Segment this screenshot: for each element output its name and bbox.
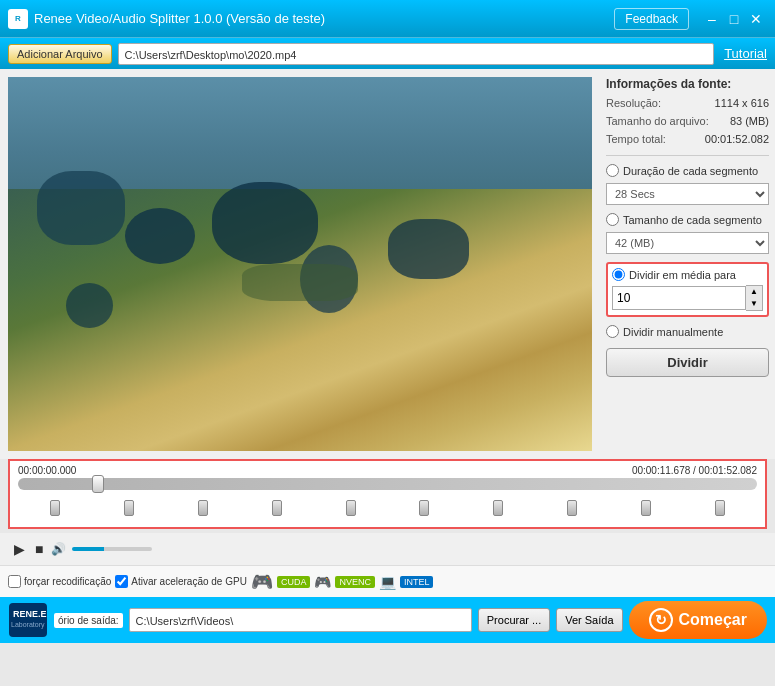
svg-text:Laboratory: Laboratory xyxy=(11,621,45,629)
timeline-area: 00:00:00.000 00:00:11.678 / 00:01:52.082 xyxy=(8,459,767,529)
toolbar: Adicionar Arquivo C:\Users\zrf\Desktop\m… xyxy=(0,37,775,69)
timeline-marker-7[interactable] xyxy=(567,500,577,516)
timeline-marker-4[interactable] xyxy=(346,500,356,516)
close-button[interactable]: ✕ xyxy=(745,9,767,29)
option3-radio[interactable] xyxy=(612,268,625,281)
force-recode-checkbox[interactable] xyxy=(8,575,21,588)
timeline-track[interactable] xyxy=(18,478,757,490)
option3-spin-row: ▲ ▼ xyxy=(612,285,763,311)
start-button[interactable]: ↻ Começar xyxy=(629,601,767,639)
spin-buttons: ▲ ▼ xyxy=(746,285,763,311)
resolution-row: Resolução: 1114 x 616 xyxy=(606,97,769,109)
gpu-accel-checkbox[interactable] xyxy=(115,575,128,588)
volume-slider[interactable] xyxy=(72,547,152,551)
option2-label[interactable]: Tamanho de cada segmento xyxy=(623,214,762,226)
option3-input[interactable] xyxy=(612,286,746,310)
option1-select[interactable]: 28 Secs xyxy=(606,183,769,205)
option3-label[interactable]: Dividir em média para xyxy=(629,269,736,281)
option2-dropdown-row: 42 (MB) xyxy=(606,232,769,254)
timeline-marker-5[interactable] xyxy=(419,500,429,516)
source-info-title: Informações da fonte: xyxy=(606,77,769,91)
output-path-label: ório de saída: xyxy=(54,613,123,628)
filesize-label: Tamanho do arquivo: xyxy=(606,115,709,127)
totaltime-label: Tempo total: xyxy=(606,133,666,145)
tutorial-link[interactable]: Tutorial xyxy=(724,46,767,61)
totaltime-row: Tempo total: 00:01:52.082 xyxy=(606,133,769,145)
option4-row: Dividir manualmente xyxy=(606,325,769,338)
output-path-display: C:\Users\zrf\Videos\ xyxy=(129,608,472,632)
resolution-value: 1114 x 616 xyxy=(715,97,769,109)
intel-badge: INTEL xyxy=(400,576,434,588)
right-panel: Informações da fonte: Resolução: 1114 x … xyxy=(600,69,775,459)
ver-saida-button[interactable]: Ver Saída xyxy=(556,608,622,632)
main-area: Informações da fonte: Resolução: 1114 x … xyxy=(0,69,775,459)
bottom-bar: forçar recodificação Ativar aceleração d… xyxy=(0,565,775,597)
titlebar: R Renee Video/Audio Splitter 1.0.0 (Vers… xyxy=(0,0,775,37)
nvidia-icon: 🎮 xyxy=(314,574,331,590)
gpu-accel-text: Ativar aceleração de GPU xyxy=(131,576,247,587)
time-left: 00:00:00.000 xyxy=(18,465,76,476)
marker-row xyxy=(18,498,757,518)
option4-radio[interactable] xyxy=(606,325,619,338)
option3-box: Dividir em média para ▲ ▼ xyxy=(606,262,769,317)
timeline-marker-1[interactable] xyxy=(124,500,134,516)
video-preview xyxy=(8,77,592,451)
output-bar: RENE.E Laboratory ório de saída: C:\User… xyxy=(0,597,775,643)
force-recode-label[interactable]: forçar recodificação xyxy=(8,575,111,588)
spin-up-button[interactable]: ▲ xyxy=(746,286,762,298)
browse-button[interactable]: Procurar ... xyxy=(478,608,550,632)
option2-row: Tamanho de cada segmento xyxy=(606,213,769,226)
stop-button[interactable]: ■ xyxy=(33,539,45,559)
cuda-badge: CUDA xyxy=(277,576,311,588)
playback-controls: ▶ ■ 🔊 xyxy=(0,533,775,565)
maximize-button[interactable]: □ xyxy=(723,9,745,29)
timeline-marker-9[interactable] xyxy=(715,500,725,516)
minimize-button[interactable]: – xyxy=(701,9,723,29)
option2-select[interactable]: 42 (MB) xyxy=(606,232,769,254)
app-title: Renee Video/Audio Splitter 1.0.0 (Versão… xyxy=(34,11,614,26)
start-label: Começar xyxy=(679,611,747,629)
nvenc-badge: NVENC xyxy=(335,576,375,588)
filesize-value: 83 (MB) xyxy=(730,115,769,127)
video-frame xyxy=(8,77,592,451)
totaltime-value: 00:01:52.082 xyxy=(705,133,769,145)
option1-radio[interactable] xyxy=(606,164,619,177)
timeline-thumb[interactable] xyxy=(92,475,104,493)
intel-icon: 💻 xyxy=(379,574,396,590)
app-logo: R xyxy=(8,9,28,29)
timeline-marker-8[interactable] xyxy=(641,500,651,516)
time-labels: 00:00:00.000 00:00:11.678 / 00:01:52.082 xyxy=(18,465,757,476)
option4-label[interactable]: Dividir manualmente xyxy=(623,326,723,338)
time-right: 00:00:11.678 / 00:01:52.082 xyxy=(632,465,757,476)
divide-button[interactable]: Dividir xyxy=(606,348,769,377)
volume-icon: 🔊 xyxy=(51,542,66,556)
timeline-marker-2[interactable] xyxy=(198,500,208,516)
timeline-marker-6[interactable] xyxy=(493,500,503,516)
option2-radio[interactable] xyxy=(606,213,619,226)
gpu-accel-label[interactable]: Ativar aceleração de GPU xyxy=(115,575,247,588)
resolution-label: Resolução: xyxy=(606,97,661,109)
filesize-row: Tamanho do arquivo: 83 (MB) xyxy=(606,115,769,127)
gpu-chip-icon: 🎮 xyxy=(251,571,273,593)
feedback-button[interactable]: Feedback xyxy=(614,8,689,30)
timeline-marker-0[interactable] xyxy=(50,500,60,516)
divider1 xyxy=(606,155,769,156)
start-icon: ↻ xyxy=(649,608,673,632)
option1-dropdown-row: 28 Secs xyxy=(606,183,769,205)
option3-radio-row: Dividir em média para xyxy=(612,268,763,281)
renee-logo: RENE.E Laboratory xyxy=(8,602,48,638)
spin-down-button[interactable]: ▼ xyxy=(746,298,762,310)
play-button[interactable]: ▶ xyxy=(12,539,27,559)
add-file-button[interactable]: Adicionar Arquivo xyxy=(8,44,112,64)
timeline-marker-3[interactable] xyxy=(272,500,282,516)
option1-label[interactable]: Duração de cada segmento xyxy=(623,165,758,177)
svg-text:RENE.E: RENE.E xyxy=(13,609,47,619)
option1-row: Duração de cada segmento xyxy=(606,164,769,177)
force-recode-text: forçar recodificação xyxy=(24,576,111,587)
filepath-display: C:\Users\zrf\Desktop\mo\2020.mp4 xyxy=(118,43,715,65)
